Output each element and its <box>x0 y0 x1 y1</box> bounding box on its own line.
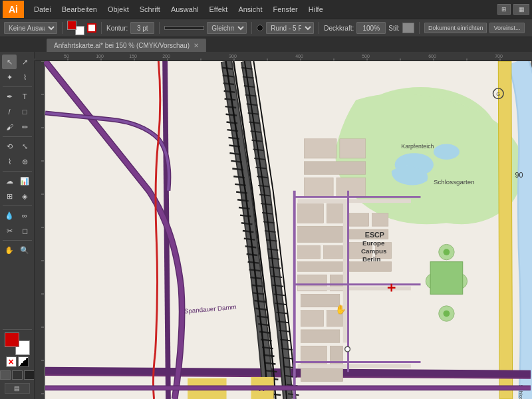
svg-text:500: 500 <box>362 54 370 59</box>
eyedropper-tool[interactable]: 💧 <box>2 208 17 223</box>
paintbrush-tool[interactable]: 🖌 <box>2 120 17 134</box>
svg-rect-128 <box>298 245 321 258</box>
svg-rect-127 <box>298 226 343 242</box>
zoom-tool[interactable]: 🔍 <box>17 243 32 257</box>
svg-text:200: 200 <box>162 54 170 59</box>
tab-close-button[interactable]: ✕ <box>194 42 199 49</box>
menu-effekt[interactable]: Effekt <box>204 3 232 15</box>
opacity-input[interactable] <box>356 22 386 34</box>
hand-tool[interactable]: ✋ <box>2 243 17 257</box>
menu-datei[interactable]: Datei <box>29 3 56 15</box>
svg-rect-139 <box>301 368 342 381</box>
svg-text:Schlossgarten: Schlossgarten <box>434 178 475 186</box>
rotate-tool[interactable]: ⟲ <box>2 139 17 154</box>
column-graph-tool[interactable]: 📊 <box>17 174 32 188</box>
menu-auswahl[interactable]: Auswahl <box>166 3 203 15</box>
blend-tool[interactable]: ∞ <box>17 208 32 223</box>
tool-sep-5 <box>3 240 32 241</box>
menu-bearbeiten[interactable]: Bearbeiten <box>57 3 102 15</box>
preferences-button[interactable]: Voreinst... <box>489 23 524 33</box>
symbol-spray-tool[interactable]: ☁ <box>2 174 17 188</box>
scissors-tool[interactable]: ✂ <box>2 223 17 238</box>
svg-text:Berlin: Berlin <box>362 255 381 263</box>
menu-ansicht[interactable]: Ansicht <box>233 3 267 15</box>
brush-dot <box>257 25 263 31</box>
rect-tool[interactable]: □ <box>17 104 32 119</box>
select-tool[interactable]: ↖ <box>2 55 17 69</box>
fill-stroke-swatches[interactable] <box>5 332 30 355</box>
svg-text:300: 300 <box>229 54 237 59</box>
pencil-tool[interactable]: ✏ <box>17 120 32 134</box>
svg-text:400: 400 <box>295 54 303 59</box>
style-swatch[interactable] <box>402 23 414 33</box>
tool-sep-3 <box>3 171 32 172</box>
svg-rect-141 <box>372 213 388 226</box>
mesh-tool[interactable]: ⊞ <box>2 189 17 203</box>
svg-rect-152 <box>298 199 411 203</box>
svg-rect-154 <box>298 364 411 368</box>
svg-point-156 <box>444 249 450 255</box>
svg-rect-126 <box>327 203 342 223</box>
brush-dropdown[interactable]: Rund - 5 Pt. <box>266 22 314 34</box>
canvas-area[interactable]: 50 100 150 200 300 400 500 <box>35 52 532 399</box>
magic-wand-tool[interactable]: ✦ <box>2 70 17 84</box>
svg-rect-129 <box>324 245 343 258</box>
svg-text:ESCP: ESCP <box>365 231 384 239</box>
svg-text:100: 100 <box>96 54 104 59</box>
pixel-view-btn[interactable] <box>24 370 35 380</box>
menu-fenster[interactable]: Fenster <box>268 3 302 15</box>
svg-text:✋: ✋ <box>335 304 346 315</box>
map-canvas: Spandauer Damm ESCP Europe Campus Berlin… <box>44 61 532 399</box>
opacity-label: Deckkraft: <box>324 25 354 32</box>
tool-sep-2 <box>3 136 32 137</box>
gradient-tool[interactable]: ◈ <box>17 189 32 203</box>
ruler-horizontal: 50 100 150 200 300 400 500 <box>35 52 532 61</box>
toolbar: Keine Auswahl Kontur: Gleichm. Rund - 5 … <box>0 19 532 37</box>
svg-rect-134 <box>301 311 323 327</box>
toolbar-sep-1 <box>62 22 63 34</box>
none-swatch[interactable]: × <box>6 356 17 367</box>
svg-point-175 <box>345 346 350 352</box>
stroke-type-dropdown[interactable]: Gleichm. <box>207 22 247 34</box>
default-swatch[interactable] <box>18 356 29 367</box>
tool-sep-6 <box>3 329 32 330</box>
line-tool[interactable]: / <box>2 104 17 119</box>
toolbar-sep-6 <box>419 22 420 34</box>
document-tab[interactable]: Anfahrtskarte.ai* bei 150 % (CMYK/Vorsch… <box>47 39 206 52</box>
menu-hilfe[interactable]: Hilfe <box>304 3 328 15</box>
app-switcher-icon[interactable]: ⊞ <box>497 4 511 15</box>
width-tool[interactable]: ⊕ <box>17 154 32 169</box>
doc-setup-button[interactable]: Dokument einrichten <box>424 23 487 33</box>
stroke-input[interactable] <box>130 22 154 34</box>
type-tool[interactable]: T <box>17 89 32 104</box>
svg-rect-125 <box>298 203 324 223</box>
menu-schrift[interactable]: Schrift <box>135 3 165 15</box>
fill-color-swatch[interactable] <box>5 332 19 347</box>
warp-tool[interactable]: ⌇ <box>2 154 17 169</box>
direct-select-tool[interactable]: ↗ <box>17 55 32 69</box>
svg-text:150: 150 <box>129 54 137 59</box>
selection-dropdown[interactable]: Keine Auswahl <box>4 22 57 34</box>
eraser-tool[interactable]: ◻ <box>17 223 32 238</box>
artboard-icon: ▤ <box>14 385 20 392</box>
lasso-tool[interactable]: ⌇ <box>17 70 32 84</box>
tab-name: Anfahrtskarte.ai* bei 150 % (CMYK/Vorsch… <box>54 42 190 49</box>
svg-rect-150 <box>336 178 366 197</box>
normal-view-btn[interactable] <box>0 370 11 380</box>
artboard-tool-btn[interactable]: ▤ <box>5 383 30 394</box>
toolbar-sep-3 <box>159 22 160 34</box>
svg-rect-140 <box>349 213 368 226</box>
stroke-swatch[interactable] <box>87 23 96 33</box>
fill-stroke-indicator[interactable] <box>67 21 84 35</box>
pen-tool[interactable]: ✒ <box>2 89 17 104</box>
svg-rect-163 <box>430 262 463 295</box>
workspace-icon[interactable]: ▦ <box>513 4 529 15</box>
menu-objekt[interactable]: Objekt <box>103 3 134 15</box>
outline-view-btn[interactable] <box>12 370 23 380</box>
stroke-label: Kontur: <box>106 25 128 32</box>
svg-rect-136 <box>301 330 339 342</box>
svg-text:90: 90 <box>515 171 523 179</box>
tabbar: Anfahrtskarte.ai* bei 150 % (CMYK/Vorsch… <box>0 37 532 52</box>
scale-tool[interactable]: ⤡ <box>17 139 32 154</box>
svg-rect-147 <box>340 139 366 158</box>
